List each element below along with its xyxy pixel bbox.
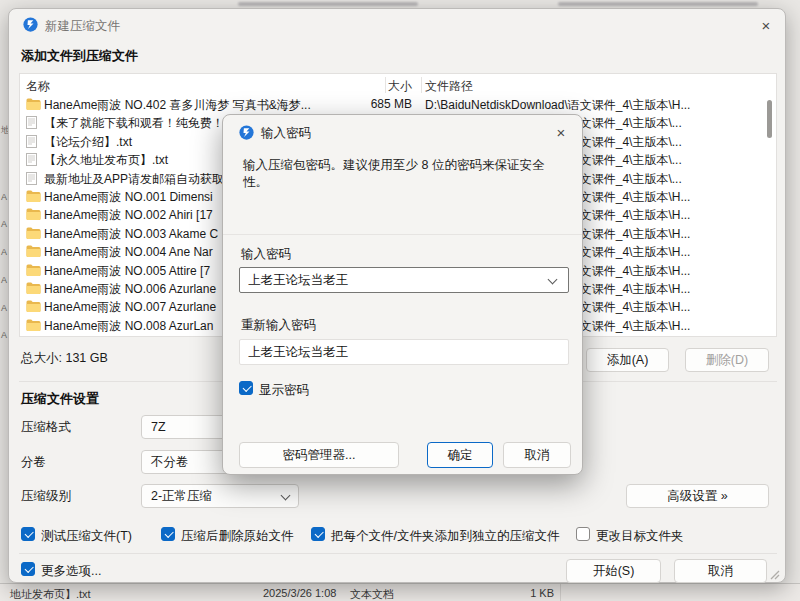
bg-text-fragment: A <box>1 275 7 285</box>
dialog-cancel-button[interactable]: 取消 <box>503 442 571 468</box>
start-button[interactable]: 开始(S) <box>566 559 661 583</box>
close-icon[interactable]: × <box>755 15 777 35</box>
format-label: 压缩格式 <box>21 419 71 436</box>
folder-icon <box>26 282 41 296</box>
password-manager-button[interactable]: 密码管理器... <box>239 442 399 468</box>
background-window-fragment <box>558 2 758 6</box>
table-row[interactable]: HaneAme雨波 NO.402 喜多川海梦 写真书&海梦...685 MBD:… <box>20 96 776 114</box>
column-path[interactable]: 文件路径 <box>425 78 473 95</box>
show-password-checkbox[interactable] <box>239 381 253 395</box>
scrollbar[interactable] <box>767 100 772 138</box>
option-label: 测试压缩文件(T) <box>41 528 132 545</box>
volume-value: 不分卷 <box>151 454 189 471</box>
divider <box>223 234 582 235</box>
more-options-label: 更多选项... <box>41 563 101 580</box>
background-file-row: 地址发布页】.txt 2025/3/26 1:08 文本文档 1 KB <box>0 583 800 601</box>
dialog-close-icon[interactable]: × <box>550 122 572 142</box>
file-icon <box>26 153 41 167</box>
bg-text-fragment: A <box>1 219 7 229</box>
folder-icon <box>26 98 41 112</box>
resize-grip-icon[interactable] <box>768 566 780 578</box>
ok-button[interactable]: 确定 <box>427 442 493 468</box>
bg-file-size: 1 KB <box>488 587 554 599</box>
folder-icon <box>26 208 41 222</box>
bg-file-name: 地址发布页】.txt <box>10 587 91 601</box>
column-name[interactable]: 名称 <box>26 78 50 95</box>
screen: 地AAAAAA 地址发布页】.txt 2025/3/26 1:08 文本文档 1… <box>0 0 800 601</box>
more-options-checkbox[interactable] <box>21 562 35 576</box>
folder-icon <box>26 190 41 204</box>
volume-label: 分卷 <box>21 454 46 471</box>
folder-icon <box>26 245 41 259</box>
column-divider <box>385 77 386 93</box>
password-dialog: 输入密码 × 输入压缩包密码。建议使用至少 8 位的密码来保证安全性。 输入密码… <box>222 114 583 475</box>
option-checkbox[interactable] <box>576 527 590 541</box>
advanced-settings-button[interactable]: 高级设置 » <box>626 484 769 508</box>
bg-file-date: 2025/3/26 1:08 <box>263 587 336 599</box>
option-label: 更改目标文件夹 <box>596 528 684 545</box>
column-size[interactable]: 大小 <box>320 78 412 95</box>
divider <box>19 553 777 554</box>
option-label: 压缩后删除原始文件 <box>181 528 294 545</box>
level-label: 压缩级别 <box>21 488 71 505</box>
level-value: 2-正常压缩 <box>151 488 212 505</box>
bg-text-fragment: A <box>1 247 7 257</box>
password-label: 输入密码 <box>241 246 291 263</box>
chevron-down-icon <box>281 491 291 501</box>
app-icon <box>239 125 254 140</box>
dialog-message: 输入压缩包密码。建议使用至少 8 位的密码来保证安全性。 <box>243 157 565 191</box>
option-label: 把每个文件/文件夹添加到独立的压缩文件 <box>331 528 559 545</box>
folder-icon <box>26 319 41 333</box>
window-title: 新建压缩文件 <box>45 18 120 35</box>
confirm-password-label: 重新输入密码 <box>241 317 316 334</box>
dialog-title: 输入密码 <box>261 125 311 142</box>
level-select[interactable]: 2-正常压缩 <box>141 484 299 508</box>
add-button[interactable]: 添加(A) <box>586 348 669 372</box>
app-icon <box>23 17 38 32</box>
option-checkbox[interactable] <box>161 527 175 541</box>
page-title: 添加文件到压缩文件 <box>21 47 138 65</box>
file-path: D:\BaiduNetdiskDownload\语文课件_4\主版本\H... <box>425 97 770 114</box>
delete-button[interactable]: 删除(D) <box>685 348 769 372</box>
bg-text-fragment: A <box>1 192 7 202</box>
option-checkbox[interactable] <box>21 527 35 541</box>
folder-icon <box>26 227 41 241</box>
file-size: 685 MB <box>310 97 412 111</box>
total-size-label: 总大小: 131 GB <box>21 350 108 367</box>
file-icon <box>26 135 41 149</box>
bg-text-fragment: A <box>1 330 7 340</box>
show-password-label: 显示密码 <box>259 382 309 399</box>
folder-icon <box>26 264 41 278</box>
bg-text-fragment: A <box>1 303 7 313</box>
folder-icon <box>26 300 41 314</box>
file-icon <box>26 172 41 186</box>
bg-file-type: 文本文档 <box>350 587 394 601</box>
column-divider <box>421 77 422 93</box>
format-value: 7Z <box>151 420 166 434</box>
confirm-password-input[interactable] <box>239 339 569 365</box>
file-list-header: 名称 大小 文件路径 <box>20 74 776 96</box>
file-icon <box>26 116 41 130</box>
settings-header: 压缩文件设置 <box>21 390 99 408</box>
window-cancel-button[interactable]: 取消 <box>674 559 767 583</box>
password-input[interactable] <box>239 267 569 293</box>
option-checkbox[interactable] <box>311 527 325 541</box>
background-window-fragment <box>238 2 418 6</box>
bg-column-divider <box>560 584 561 601</box>
